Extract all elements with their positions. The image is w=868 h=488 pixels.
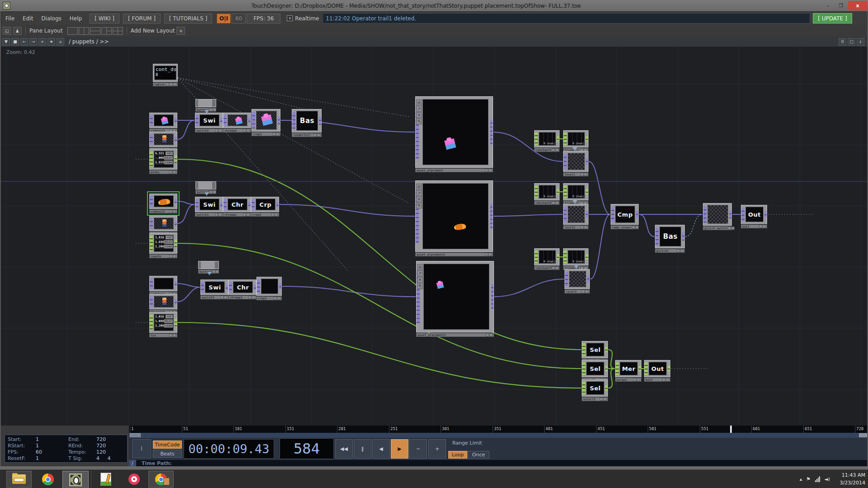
close-button[interactable]: x (848, 1, 867, 10)
taskbar-record[interactable] (121, 471, 147, 488)
realtime-checkbox[interactable]: x (287, 15, 293, 21)
taskbar-chrome-profile[interactable] (148, 471, 174, 488)
maximize-button[interactable]: ❐ (835, 2, 847, 9)
node-videoin1[interactable]: videoin1 (149, 276, 177, 296)
node-asset_placement[interactable]: ◎↗×✎asset_placement (415, 96, 493, 172)
play-button[interactable]: ▶ (391, 439, 408, 459)
node-crop1[interactable]: crop1 (256, 277, 282, 300)
timeline-ruler[interactable]: 1511011512012513013514014515015516016517… (129, 426, 868, 433)
timeline-i-button[interactable]: I (132, 439, 151, 458)
time-path-root-button[interactable]: / (129, 460, 136, 467)
node-videoin3[interactable]: videoin3 (149, 113, 177, 133)
home-icon[interactable]: ⌂ (57, 38, 64, 46)
tutorials-button[interactable]: [ TUTORIALS ] (164, 14, 212, 24)
node-constant3[interactable]: 0 chan|constant3 (534, 248, 560, 270)
node-out2[interactable]: Outout2 (644, 360, 670, 382)
node-level3[interactable]: level3 (564, 269, 590, 294)
layout-split-vertical-button[interactable] (79, 27, 89, 35)
menu-dialogs[interactable]: Dialogs (37, 14, 65, 23)
pause-button[interactable]: ‖ (354, 439, 371, 459)
breadcrumb[interactable]: / puppets / >> (69, 38, 109, 45)
node-asset_placement2[interactable]: ◎↗×✎asset_placement2 (415, 180, 493, 256)
flag-icon[interactable]: ⚑ (806, 476, 811, 482)
node-select1[interactable]: Selselect1 (582, 341, 608, 363)
timecode-mode-button[interactable]: TimeCode (153, 441, 182, 449)
add-icon[interactable]: + (38, 38, 46, 46)
taskbar-chrome[interactable] (35, 471, 61, 488)
network-editor[interactable]: cont_ds|0table1button1videoin3Swiswitch2… (0, 47, 868, 426)
beats-mode-button[interactable]: Beats (153, 450, 182, 458)
step-back-button[interactable]: ◀ (372, 439, 390, 459)
node-renderfull[interactable]: Basrenderfull (292, 109, 322, 137)
node-out1[interactable]: Outout1 (741, 205, 767, 228)
node-select2[interactable]: Selselect2 (582, 360, 608, 382)
viewer-toolbar[interactable]: ◎↗×✎ (416, 184, 422, 209)
node-tex[interactable]: 1.016rot1.098dist1.206zoomtex (149, 312, 177, 337)
node-coyote[interactable]: 1.816rot1.698dist1.206zoomcoyote (149, 233, 177, 258)
node-videoin2[interactable]: videoin2 (149, 194, 177, 213)
node-label-asset_placement2: asset_placement2 (417, 253, 445, 256)
node-select3[interactable]: Selselect3 (582, 379, 608, 401)
pane-maximize-button[interactable]: □ (848, 38, 855, 46)
oi-toggle[interactable]: O|I (217, 14, 231, 24)
forward-icon[interactable]: → (29, 38, 37, 46)
node-chroma2[interactable]: chroma2 (223, 113, 251, 133)
loop-button[interactable]: Loop (448, 451, 467, 459)
node-constant2[interactable]: 0 chan|constant2 (534, 183, 560, 205)
bookmark-icon[interactable]: ★ (47, 38, 55, 46)
stop-icon[interactable]: ■ (11, 38, 19, 46)
node-switch2[interactable]: Swiswitch2 (195, 113, 223, 133)
layout-quad-button[interactable] (113, 27, 123, 35)
hidden-icons-chevron[interactable]: ▴ (800, 476, 802, 482)
layout-single-button[interactable] (67, 27, 78, 35)
node-chroma1[interactable]: Chrchroma1 (223, 197, 251, 217)
network-icon[interactable] (815, 476, 820, 482)
pane-popout-icon[interactable]: ◱ (3, 27, 11, 35)
node-table1[interactable]: cont_ds|0table1 (153, 64, 178, 86)
viewer-toolbar[interactable]: ◎↗×✎ (417, 264, 423, 289)
minimize-button[interactable]: – (822, 2, 834, 9)
layout-three-pane-button[interactable] (101, 27, 112, 35)
back-icon[interactable]: ← (20, 38, 28, 46)
playhead[interactable] (730, 426, 732, 433)
node-level2[interactable]: level2 (563, 204, 588, 229)
wiki-button[interactable]: [ WIKI ] (90, 14, 119, 24)
node-glitch1[interactable]: Basglitch1 (655, 225, 685, 253)
node-switch3[interactable]: Swiswitch3 (200, 280, 228, 299)
plus-button[interactable]: + (428, 439, 446, 459)
taskbar-explorer[interactable] (6, 471, 32, 488)
minus-button[interactable]: − (409, 439, 427, 459)
menu-file[interactable]: File (1, 14, 19, 23)
rewind-button[interactable]: ◀◀ (335, 439, 353, 459)
layout-split-horizontal-button[interactable] (90, 27, 100, 35)
once-button[interactable]: Once (468, 451, 489, 459)
volume-icon[interactable]: ◄) (824, 476, 830, 482)
update-button[interactable]: [ UPDATE ] (813, 13, 852, 24)
taskbar-clock[interactable]: 11:43 AM 3/23/2014 (840, 471, 865, 487)
node-chroma3[interactable]: Chrchroma3 (228, 280, 256, 299)
node-crop2[interactable]: Crpcrop2 (251, 197, 279, 217)
node-asset_placement3[interactable]: ◎↗×✎asset_placement3 (416, 261, 494, 337)
node-merge1[interactable]: Mermerge1 (615, 360, 641, 382)
pane-collapse-button[interactable]: ↓ (857, 38, 864, 46)
timeline-scrubber[interactable]: .... (129, 433, 868, 437)
pane-anchor-icon[interactable]: ♟ (13, 27, 22, 35)
node-crop3[interactable]: crop3 (251, 109, 280, 136)
node-moviein3[interactable]: moviein3 (149, 294, 177, 314)
node-pinky[interactable]: 6.321rot-.006dist1.915zoompinky (149, 149, 177, 174)
node-comp_viewer[interactable]: Cmpcomp_viewer (611, 204, 639, 229)
add-layout-button[interactable]: + (176, 27, 185, 35)
taskbar-touchdesigner[interactable] (62, 471, 89, 488)
node-switch1[interactable]: Swiswitch1 (195, 197, 223, 217)
taskbar-notepad[interactable] (93, 471, 119, 488)
menu-edit[interactable]: Edit (19, 14, 37, 23)
ruler-frame-101: 101 (235, 426, 242, 431)
pane-type-dropdown[interactable]: ▼ (2, 38, 10, 46)
menu-help[interactable]: Help (66, 14, 86, 23)
forum-button[interactable]: [ FORUM ] (123, 14, 161, 24)
viewer-toolbar[interactable]: ◎↗×✎ (416, 99, 422, 125)
depth-indicator[interactable]: 0 (839, 38, 846, 46)
node-level1[interactable]: level1 (563, 151, 588, 176)
node-glitch_switch[interactable]: glitch_switch (703, 203, 732, 230)
node-constant1[interactable]: 0 chan|constant1 (534, 130, 560, 152)
